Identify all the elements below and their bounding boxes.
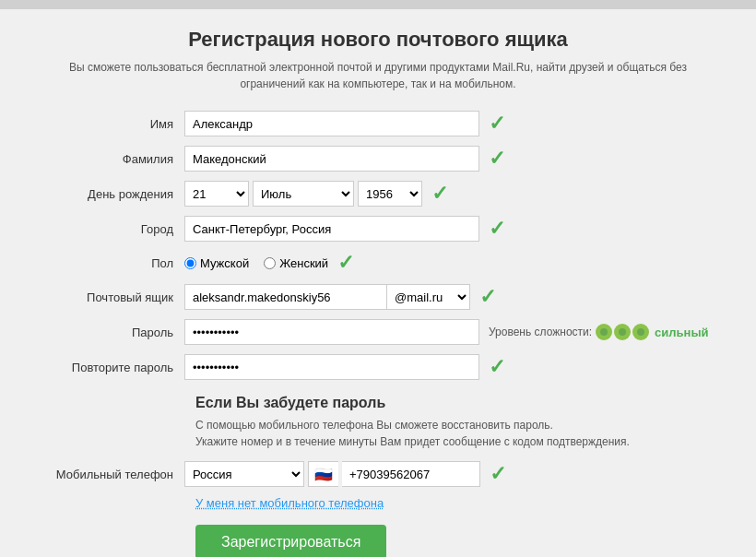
city-row: Город ✓ [37,216,719,242]
gender-label: Пол [37,256,184,270]
register-button[interactable]: Зарегистрироваться [195,525,386,557]
dob-year-select[interactable]: 1956 [358,181,422,207]
russia-flag-icon: 🇷🇺 [314,466,333,483]
gender-male-label: Мужской [200,256,249,270]
page-description: Вы сможете пользоваться бесплатной элект… [37,59,719,92]
recovery-title: Если Вы забудете пароль [195,395,719,411]
no-phone-link[interactable]: У меня нет мобильного телефона [195,496,719,510]
phone-row: Мобильный телефон Россия 🇷🇺 ✓ [37,461,719,487]
recovery-desc: С помощью мобильного телефона Вы сможете… [195,417,719,450]
gender-male-radio[interactable] [184,257,196,269]
last-name-input[interactable] [184,146,479,172]
last-name-check: ✓ [489,147,505,171]
email-input[interactable] [184,284,387,310]
strength-value: сильный [655,326,708,339]
gender-female-radio[interactable] [264,257,276,269]
password-label: Пароль [37,326,184,339]
gender-check: ✓ [337,251,354,275]
gender-row: Пол Мужской Женский ✓ [37,251,719,275]
email-domain-select[interactable]: @mail.ru @inbox.ru @list.ru @bk.ru [387,284,470,310]
svg-point-0 [600,328,608,336]
city-input[interactable] [184,216,479,242]
strength-icon-1 [596,324,612,340]
strength-icon-2 [614,324,631,340]
city-check: ✓ [489,217,505,241]
first-name-row: Имя ✓ [37,111,719,136]
svg-point-2 [637,328,644,336]
email-check: ✓ [479,285,496,309]
confirm-password-check: ✓ [489,355,505,379]
phone-flag: 🇷🇺 [308,461,338,487]
confirm-password-row: Повторите пароль ✓ [37,354,719,380]
phone-number-input[interactable] [342,461,480,487]
first-name-input[interactable] [184,111,479,136]
last-name-label: Фамилия [37,152,184,166]
svg-point-1 [619,328,626,336]
dob-label: День рождения [37,187,184,201]
first-name-check: ✓ [489,112,505,136]
last-name-row: Фамилия ✓ [37,146,719,172]
dob-day-select[interactable]: 21 [184,181,249,207]
strength-label-text: Уровень сложности: [489,326,592,338]
city-label: Город [37,222,184,236]
confirm-password-label: Повторите пароль [37,361,184,374]
dob-check: ✓ [431,182,448,206]
email-row: Почтовый ящик @mail.ru @inbox.ru @list.r… [37,284,719,310]
gender-female-label: Женский [279,256,328,270]
password-input[interactable] [184,319,479,345]
phone-check: ✓ [490,462,506,486]
phone-country-select[interactable]: Россия [184,461,304,487]
strength-icons [596,324,649,340]
email-label: Почтовый ящик [37,290,184,304]
dob-month-select[interactable]: Июль [253,181,354,207]
dob-row: День рождения 21 Июль 1956 ✓ [37,181,719,207]
password-strength: Уровень сложности: сильный [489,324,709,340]
first-name-label: Имя [37,117,184,131]
page-title: Регистрация нового почтового ящика [37,28,719,52]
phone-label: Мобильный телефон [37,468,184,481]
confirm-password-input[interactable] [184,354,479,380]
password-row: Пароль Уровень сложности: сильный [37,319,719,345]
gender-male-option[interactable]: Мужской [184,256,249,270]
gender-female-option[interactable]: Женский [264,256,328,270]
strength-icon-3 [632,324,649,340]
